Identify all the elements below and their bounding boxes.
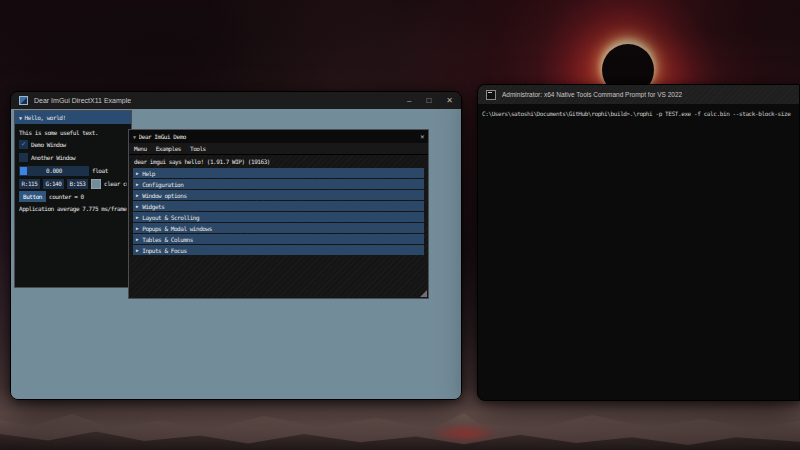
chevron-right-icon: ▶: [136, 171, 138, 176]
chevron-right-icon: ▶: [136, 248, 138, 253]
checkbox-unchecked[interactable]: [19, 153, 28, 162]
app-icon: [19, 96, 28, 105]
demo-menubar: Menu Examples Tools: [129, 143, 428, 155]
imgui-viewport: ▼ Hello, world! This is some useful text…: [11, 109, 461, 400]
chevron-right-icon: ▶: [136, 237, 138, 242]
collapse-arrow-icon[interactable]: ▼: [133, 134, 136, 140]
collapse-arrow-icon[interactable]: ▼: [19, 115, 22, 121]
color-edit-label: clear color: [104, 180, 127, 187]
counter-text: counter = 0: [49, 193, 84, 200]
collapsing-header-inputs-focus[interactable]: ▶ Inputs & Focus: [133, 245, 424, 255]
collapsing-header-popups-modal[interactable]: ▶ Popups & Modal windows: [133, 223, 424, 233]
demo-window-checkbox-row[interactable]: ✓ Demo Window: [19, 139, 127, 150]
collapsing-header-tables-columns[interactable]: ▶ Tables & Columns: [133, 234, 424, 244]
color-r-field[interactable]: R:115: [19, 179, 40, 189]
example-window-titlebar[interactable]: Dear ImGui DirectX11 Example – □ ✕: [11, 92, 461, 109]
maximize-button[interactable]: □: [426, 92, 431, 109]
chevron-right-icon: ▶: [136, 193, 138, 198]
hello-window-title: Hello, world!: [25, 114, 66, 121]
menu-item-tools[interactable]: Tools: [190, 145, 206, 152]
console-window: Administrator: x64 Native Tools Command …: [477, 84, 800, 401]
close-button[interactable]: ✕: [446, 92, 453, 109]
color-b-field[interactable]: B:153: [67, 179, 88, 189]
close-icon[interactable]: ✕: [420, 133, 424, 141]
checkbox-label: Another Window: [31, 154, 75, 161]
framerate-stats: Application average 7.775 ms/frame (12: [19, 204, 127, 213]
color-swatch[interactable]: [91, 179, 101, 189]
slider-value: 0.000: [19, 166, 89, 176]
another-window-checkbox-row[interactable]: Another Window: [19, 152, 127, 163]
imgui-example-window: Dear ImGui DirectX11 Example – □ ✕ ▼ Hel…: [10, 91, 462, 400]
checkbox-checked[interactable]: ✓: [19, 140, 28, 149]
console-output[interactable]: C:\Users\satoshi\Documents\GitHub\rophi\…: [478, 104, 799, 117]
button-row: Button counter = 0: [19, 191, 127, 202]
chevron-right-icon: ▶: [136, 226, 138, 231]
collapsing-header-configuration[interactable]: ▶ Configuration: [133, 179, 424, 189]
clear-color-row: R:115 G:140 B:153 clear color: [19, 178, 127, 189]
desktop: Dear ImGui DirectX11 Example – □ ✕ ▼ Hel…: [0, 0, 800, 450]
window-title: Dear ImGui DirectX11 Example: [34, 97, 131, 104]
minimize-button[interactable]: –: [407, 92, 411, 109]
demo-window-titlebar[interactable]: ▼ Dear ImGui Demo ✕: [129, 130, 428, 143]
color-g-field[interactable]: G:140: [43, 179, 64, 189]
collapsing-header-window-options[interactable]: ▶ Window options: [133, 190, 424, 200]
hello-world-window: ▼ Hello, world! This is some useful text…: [14, 110, 132, 288]
checkbox-label: Demo Window: [31, 141, 66, 148]
console-icon: [486, 90, 496, 100]
menu-item-menu[interactable]: Menu: [134, 145, 147, 152]
collapsing-header-widgets[interactable]: ▶ Widgets: [133, 201, 424, 211]
check-icon: ✓: [21, 141, 25, 148]
hello-window-titlebar[interactable]: ▼ Hello, world!: [15, 111, 131, 124]
chevron-right-icon: ▶: [136, 215, 138, 220]
demo-window-title: Dear ImGui Demo: [139, 133, 418, 140]
useful-text: This is some useful text.: [19, 128, 127, 137]
chevron-right-icon: ▶: [136, 182, 138, 187]
prompt-line: C:\Users\satoshi\Documents\GitHub\rophi\…: [482, 110, 790, 117]
collapsing-header-layout-scrolling[interactable]: ▶ Layout & Scrolling: [133, 212, 424, 222]
imgui-demo-window: ▼ Dear ImGui Demo ✕ Menu Examples Tools …: [128, 129, 429, 299]
chevron-right-icon: ▶: [136, 204, 138, 209]
resize-grip-icon[interactable]: [420, 290, 427, 297]
button[interactable]: Button: [19, 191, 46, 202]
menu-item-examples[interactable]: Examples: [156, 145, 181, 152]
console-titlebar[interactable]: Administrator: x64 Native Tools Command …: [478, 85, 799, 104]
collapsing-header-help[interactable]: ▶ Help: [133, 168, 424, 178]
float-slider-row: 0.000 float: [19, 165, 127, 176]
slider-label: float: [92, 167, 108, 174]
console-title: Administrator: x64 Native Tools Command …: [502, 91, 682, 98]
demo-hello-line: dear imgui says hello! (1.91.7 WIP) (191…: [129, 155, 428, 168]
float-slider[interactable]: 0.000: [19, 166, 89, 176]
